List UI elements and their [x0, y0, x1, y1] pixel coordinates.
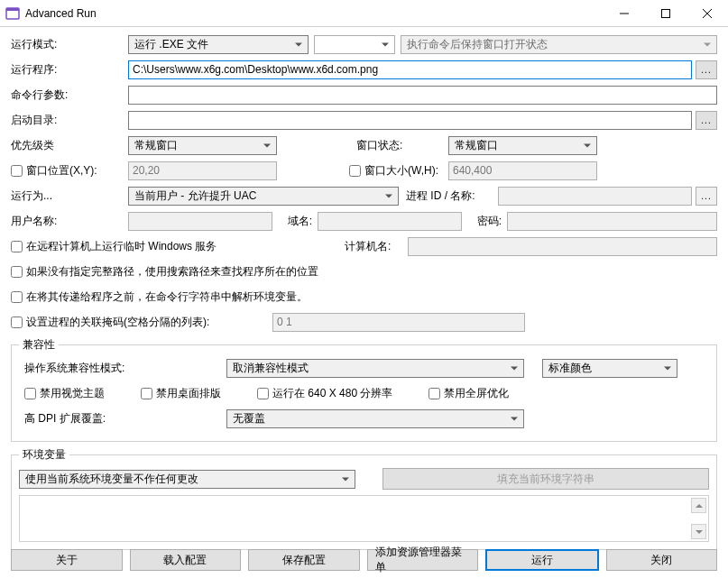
- affinity-checkbox[interactable]: 设置进程的关联掩码(空格分隔的列表):: [11, 315, 272, 330]
- save-config-button[interactable]: 保存配置: [248, 549, 360, 571]
- svg-rect-3: [662, 9, 670, 17]
- maximize-button[interactable]: [645, 0, 687, 26]
- program-path-input[interactable]: [128, 60, 692, 79]
- high-dpi-label: 高 DPI 扩展覆盖:: [19, 411, 226, 427]
- domain-input: [318, 212, 462, 231]
- scroll-down-icon[interactable]: [691, 524, 706, 539]
- browse-process-button[interactable]: ...: [696, 187, 717, 206]
- window-pos-checkbox[interactable]: 窗口位置(X,Y):: [11, 163, 128, 179]
- high-dpi-select[interactable]: 无覆盖: [226, 409, 524, 428]
- minimize-button[interactable]: [604, 0, 645, 26]
- run-mode-sub-select[interactable]: [314, 35, 395, 54]
- close-app-button[interactable]: 关闭: [606, 549, 718, 571]
- compat-mode-label: 操作系统兼容性模式:: [19, 361, 226, 376]
- priority-label: 优先级类: [11, 138, 128, 153]
- window-pos-input: [128, 161, 277, 180]
- computer-name-label: 计算机名:: [345, 239, 408, 254]
- env-mode-select[interactable]: 使用当前系统环境变量不作任何更改: [19, 470, 355, 489]
- disable-desktop-checkbox[interactable]: 禁用桌面排版: [141, 386, 221, 401]
- domain-label: 域名:: [272, 214, 318, 229]
- run-as-label: 运行为...: [11, 188, 128, 204]
- scroll-up-icon[interactable]: [691, 498, 706, 513]
- start-dir-input[interactable]: [128, 111, 692, 130]
- priority-select[interactable]: 常规窗口: [128, 136, 277, 155]
- load-config-button[interactable]: 载入配置: [130, 549, 242, 571]
- run-program-label: 运行程序:: [11, 62, 128, 78]
- window-state-select[interactable]: 常规窗口: [448, 136, 597, 155]
- fill-env-button: 填充当前环境字符串: [382, 468, 710, 490]
- svg-rect-1: [6, 8, 19, 11]
- compat-legend: 兼容性: [19, 337, 59, 353]
- browse-dir-button[interactable]: ...: [696, 111, 717, 130]
- parse-env-checkbox[interactable]: 在将其传递给程序之前，在命令行字符串中解析环境变量。: [11, 289, 308, 305]
- process-id-input: [498, 187, 692, 206]
- browse-program-button[interactable]: ...: [696, 60, 717, 79]
- run-as-select[interactable]: 当前用户 - 允许提升 UAC: [128, 187, 399, 206]
- run-640-checkbox[interactable]: 运行在 640 X 480 分辨率: [257, 386, 392, 401]
- window-state-label: 窗口状态:: [349, 138, 448, 153]
- start-dir-label: 启动目录:: [11, 113, 128, 128]
- titlebar: Advanced Run: [0, 0, 728, 27]
- password-input: [507, 212, 717, 231]
- window-size-checkbox[interactable]: 窗口大小(W,H):: [349, 163, 448, 179]
- process-id-label: 进程 ID / 名称:: [399, 188, 498, 204]
- password-label: 密码:: [462, 214, 507, 229]
- env-fieldset: 环境变量 使用当前系统环境变量不作任何更改 填充当前环境字符串: [11, 447, 717, 550]
- username-input: [128, 212, 272, 231]
- run-button[interactable]: 运行: [485, 549, 599, 571]
- compat-fieldset: 兼容性 操作系统兼容性模式: 取消兼容性模式 标准颜色 禁用视觉主题 禁用桌面排…: [11, 337, 717, 442]
- add-explorer-menu-button[interactable]: 添加资源管理器菜单: [367, 549, 479, 571]
- window-title: Advanced Run: [25, 7, 604, 20]
- color-mode-select[interactable]: 标准颜色: [542, 359, 677, 378]
- disable-fullscreen-checkbox[interactable]: 禁用全屏优化: [429, 386, 509, 401]
- compat-mode-select[interactable]: 取消兼容性模式: [226, 359, 524, 378]
- app-icon: [5, 6, 20, 21]
- window-size-input: [448, 161, 597, 180]
- cmd-args-input[interactable]: [128, 86, 717, 105]
- run-mode-label: 运行模式:: [11, 37, 128, 52]
- cmd-args-label: 命令行参数:: [11, 87, 128, 103]
- run-mode-select[interactable]: 运行 .EXE 文件: [128, 35, 309, 54]
- bottom-bar: 关于 载入配置 保存配置 添加资源管理器菜单 运行 关闭: [11, 549, 717, 571]
- env-legend: 环境变量: [19, 447, 69, 463]
- disable-visual-checkbox[interactable]: 禁用视觉主题: [24, 386, 105, 401]
- computer-name-input: [408, 237, 717, 256]
- post-action-select[interactable]: 执行命令后保持窗口打开状态: [401, 35, 717, 54]
- env-textarea[interactable]: [19, 495, 709, 542]
- affinity-input: [272, 313, 525, 332]
- username-label: 用户名称:: [11, 214, 128, 229]
- close-button[interactable]: [687, 0, 728, 26]
- search-path-checkbox[interactable]: 如果没有指定完整路径，使用搜索路径来查找程序所在的位置: [11, 264, 318, 280]
- about-button[interactable]: 关于: [11, 549, 123, 571]
- remote-service-checkbox[interactable]: 在远程计算机上运行临时 Windows 服务: [11, 239, 345, 254]
